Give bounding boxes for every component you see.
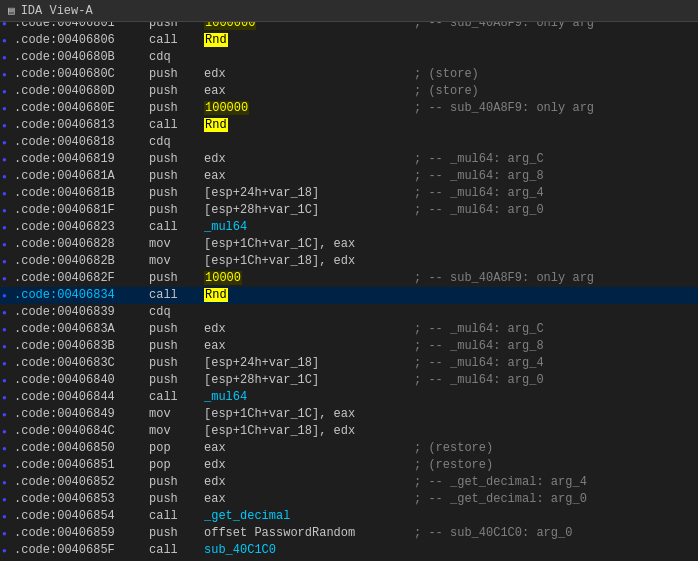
address: .code:0040685F <box>14 542 149 558</box>
breakpoint-dot: ● <box>2 84 12 100</box>
table-row[interactable]: ●.code:00406850popeax; (restore) <box>0 440 698 457</box>
table-row[interactable]: ●.code:00406818cdq <box>0 134 698 151</box>
table-row[interactable]: ●.code:00406813callRnd <box>0 117 698 134</box>
mnemonic: cdq <box>149 304 204 320</box>
breakpoint-dot: ● <box>2 509 12 525</box>
address: .code:00406823 <box>14 219 149 235</box>
address: .code:00406839 <box>14 304 149 320</box>
address: .code:0040684C <box>14 423 149 439</box>
address: .code:0040680D <box>14 83 149 99</box>
table-row[interactable]: ●.code:00406854call_get_decimal <box>0 508 698 525</box>
table-row[interactable]: ●.code:0040682Fpush10000; -- sub_40A8F9:… <box>0 270 698 287</box>
table-row[interactable]: ●.code:0040680Dpusheax; (store) <box>0 83 698 100</box>
address: .code:00406859 <box>14 525 149 541</box>
breakpoint-dot: ● <box>2 203 12 219</box>
table-row[interactable]: ●.code:0040684Cmov[esp+1Ch+var_18], edx <box>0 423 698 440</box>
breakpoint-dot: ● <box>2 22 12 32</box>
operand: [esp+1Ch+var_18], edx <box>204 253 414 269</box>
breakpoint-dot: ● <box>2 118 12 134</box>
table-row[interactable]: ●.code:00406823call_mul64 <box>0 219 698 236</box>
address: .code:0040680C <box>14 66 149 82</box>
operand: edx <box>204 151 414 167</box>
breakpoint-dot: ● <box>2 33 12 49</box>
table-row[interactable]: ●.code:0040680Epush100000; -- sub_40A8F9… <box>0 100 698 117</box>
operand: _mul64 <box>204 219 414 235</box>
breakpoint-dot: ● <box>2 424 12 440</box>
table-row[interactable]: ●.code:0040681Bpush[esp+24h+var_18]; -- … <box>0 185 698 202</box>
mnemonic: push <box>149 185 204 201</box>
address: .code:00406854 <box>14 508 149 524</box>
breakpoint-dot: ● <box>2 152 12 168</box>
address: .code:00406852 <box>14 474 149 490</box>
table-row[interactable]: ●.code:00406859pushoffset PasswordRandom… <box>0 525 698 542</box>
operand: Rnd <box>204 117 414 133</box>
operand: [esp+1Ch+var_1C], eax <box>204 236 414 252</box>
table-row[interactable]: ●.code:0040685Fcallsub_40C1C0 <box>0 542 698 559</box>
code-area[interactable]: .code:004067FA loc_4067FA: ; CODE XREF: … <box>0 22 698 561</box>
comment: ; (restore) <box>414 440 493 456</box>
comment: ; -- sub_40A8F9: only arg <box>414 100 594 116</box>
breakpoint-dot: ● <box>2 67 12 83</box>
mnemonic: mov <box>149 253 204 269</box>
breakpoint-dot: ● <box>2 254 12 270</box>
table-row[interactable]: ●.code:00406853pusheax; -- _get_decimal:… <box>0 491 698 508</box>
comment: ; -- _mul64: arg_0 <box>414 372 544 388</box>
breakpoint-dot: ● <box>2 407 12 423</box>
mnemonic: mov <box>149 423 204 439</box>
mnemonic: mov <box>149 236 204 252</box>
breakpoint-dot: ● <box>2 169 12 185</box>
breakpoint-dot: ● <box>2 543 12 559</box>
breakpoint-dot: ● <box>2 441 12 457</box>
table-row[interactable]: ●.code:0040681Fpush[esp+28h+var_1C]; -- … <box>0 202 698 219</box>
table-row[interactable]: ●.code:00406849mov[esp+1Ch+var_1C], eax <box>0 406 698 423</box>
table-row[interactable]: ●.code:00406839cdq <box>0 304 698 321</box>
address: .code:0040682B <box>14 253 149 269</box>
table-row[interactable]: ●.code:0040683Cpush[esp+24h+var_18]; -- … <box>0 355 698 372</box>
address: .code:0040682F <box>14 270 149 286</box>
comment: ; -- _mul64: arg_4 <box>414 185 544 201</box>
mnemonic: cdq <box>149 134 204 150</box>
table-row[interactable]: ●.code:00406819pushedx; -- _mul64: arg_C <box>0 151 698 168</box>
table-row[interactable]: ●.code:0040680Cpushedx; (store) <box>0 66 698 83</box>
table-row[interactable]: ●.code:0040682Bmov[esp+1Ch+var_18], edx <box>0 253 698 270</box>
breakpoint-dot: ● <box>2 305 12 321</box>
comment: ; -- _mul64: arg_8 <box>414 168 544 184</box>
title-text: IDA View-A <box>21 4 93 18</box>
breakpoint-dot: ● <box>2 458 12 474</box>
address: .code:00406806 <box>14 32 149 48</box>
operand: [esp+1Ch+var_1C], eax <box>204 406 414 422</box>
table-row[interactable]: ●.code:00406834callRnd <box>0 287 698 304</box>
operand: [esp+28h+var_1C] <box>204 202 414 218</box>
table-row[interactable]: ●.code:0040683Bpusheax; -- _mul64: arg_8 <box>0 338 698 355</box>
operand: [esp+24h+var_18] <box>204 185 414 201</box>
mnemonic: call <box>149 508 204 524</box>
breakpoint-dot: ● <box>2 390 12 406</box>
address: .code:00406844 <box>14 389 149 405</box>
table-row[interactable]: ●.code:0040680Bcdq <box>0 49 698 66</box>
table-row[interactable]: ●.code:0040681Apusheax; -- _mul64: arg_8 <box>0 168 698 185</box>
table-row[interactable]: ●.code:00406851popedx; (restore) <box>0 457 698 474</box>
address: .code:00406850 <box>14 440 149 456</box>
mnemonic: push <box>149 338 204 354</box>
address: .code:00406813 <box>14 117 149 133</box>
title-bar: ▤ IDA View-A <box>0 0 698 22</box>
mnemonic: pop <box>149 440 204 456</box>
mnemonic: push <box>149 474 204 490</box>
comment: ; -- _mul64: arg_C <box>414 151 544 167</box>
operand: offset PasswordRandom <box>204 525 414 541</box>
mnemonic: call <box>149 287 204 303</box>
operand: 100000 <box>204 100 414 116</box>
operand: Rnd <box>204 287 414 303</box>
address: .code:00406849 <box>14 406 149 422</box>
table-row[interactable]: ●.code:00406844call_mul64 <box>0 389 698 406</box>
table-row[interactable]: ●.code:0040683Apushedx; -- _mul64: arg_C <box>0 321 698 338</box>
mnemonic: cdq <box>149 49 204 65</box>
operand: edx <box>204 474 414 490</box>
table-row[interactable]: ●.code:00406801push1000000; -- sub_40A8F… <box>0 22 698 32</box>
table-row[interactable]: ●.code:00406806callRnd <box>0 32 698 49</box>
table-row[interactable]: ●.code:00406828mov[esp+1Ch+var_1C], eax <box>0 236 698 253</box>
comment: ; -- _mul64: arg_4 <box>414 355 544 371</box>
table-row[interactable]: ●.code:00406852pushedx; -- _get_decimal:… <box>0 474 698 491</box>
table-row[interactable]: ●.code:00406840push[esp+28h+var_1C]; -- … <box>0 372 698 389</box>
breakpoint-dot: ● <box>2 492 12 508</box>
